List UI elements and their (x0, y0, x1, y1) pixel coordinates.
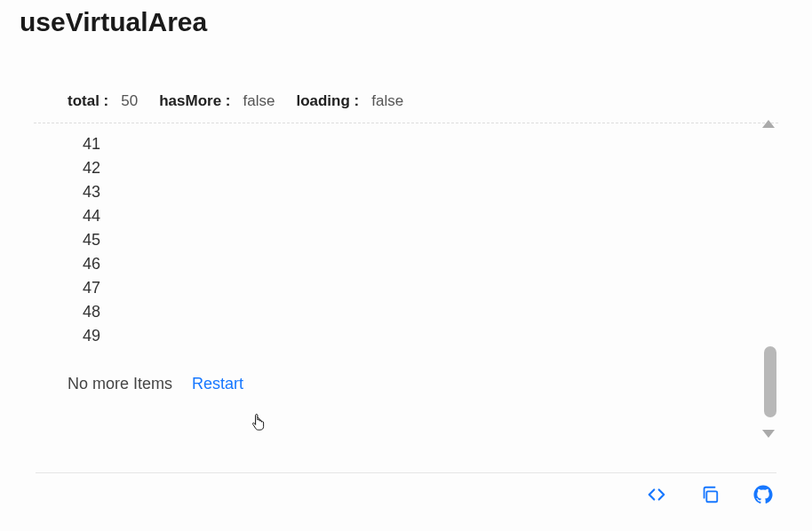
scroll-up-icon[interactable] (762, 120, 775, 128)
list-item: 41 (83, 132, 778, 156)
copy-icon[interactable] (700, 485, 720, 504)
list-item: 47 (83, 276, 778, 300)
divider (36, 472, 776, 473)
list-footer: No more Items Restart (34, 348, 778, 393)
no-more-text: No more Items (68, 375, 172, 393)
github-icon[interactable] (753, 485, 773, 504)
status-loading: loading : false (296, 92, 403, 110)
list-item: 43 (83, 180, 778, 204)
list-item: 44 (83, 204, 778, 228)
page-title: useVirtualArea (0, 0, 812, 37)
list-item: 46 (83, 252, 778, 276)
code-icon[interactable] (647, 485, 666, 504)
status-total-value: 50 (121, 92, 138, 110)
status-total: total : 50 (68, 92, 138, 110)
status-hasmore-label: hasMore : (159, 92, 230, 110)
status-hasmore: hasMore : false (159, 92, 275, 110)
scrollbar-thumb[interactable] (764, 346, 776, 417)
restart-link[interactable]: Restart (192, 375, 243, 393)
status-loading-label: loading : (296, 92, 359, 110)
list-item: 48 (83, 300, 778, 324)
svg-rect-0 (706, 491, 717, 502)
list-item: 42 (83, 156, 778, 180)
demo-container: total : 50 hasMore : false loading : fal… (34, 80, 778, 393)
status-hasmore-value: false (243, 92, 275, 110)
status-bar: total : 50 hasMore : false loading : fal… (34, 80, 778, 123)
list-viewport[interactable]: 41 42 43 44 45 46 47 48 49 (34, 123, 778, 348)
list-item: 45 (83, 228, 778, 252)
cursor-pointer-icon (251, 413, 267, 432)
status-loading-value: false (371, 92, 403, 110)
scroll-down-icon[interactable] (762, 430, 775, 438)
status-total-label: total : (68, 92, 108, 110)
list-item: 49 (83, 324, 778, 348)
demo-toolbar (647, 485, 773, 504)
